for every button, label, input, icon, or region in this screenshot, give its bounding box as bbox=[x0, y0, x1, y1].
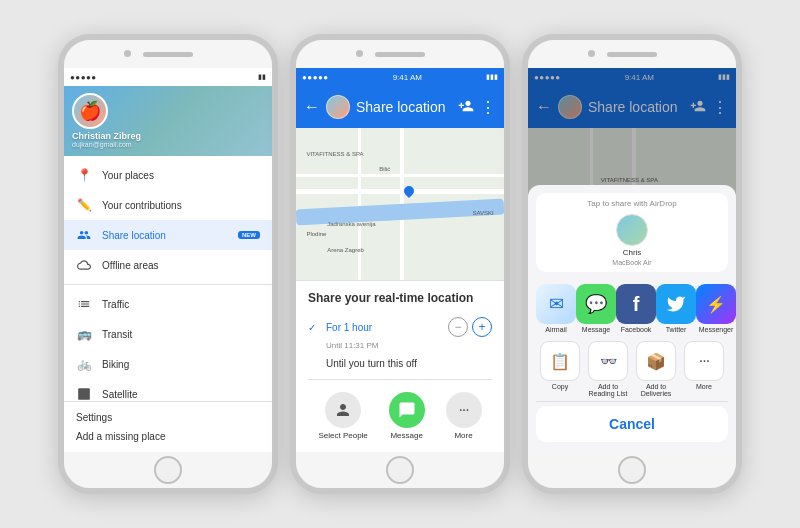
share-utils-row: 📋 Copy 👓 Add to Reading List 📦 Add to De… bbox=[528, 339, 736, 401]
sidebar-menu: 📍 Your places ✏️ Your contributions Shar… bbox=[64, 156, 272, 401]
back-button-2[interactable]: ← bbox=[304, 98, 320, 116]
increase-time[interactable]: + bbox=[472, 317, 492, 337]
util-reading-list[interactable]: 👓 Add to Reading List bbox=[586, 341, 630, 397]
messenger-label: Messenger bbox=[699, 326, 734, 333]
phone-2-top bbox=[296, 40, 504, 68]
time-controls: − + bbox=[448, 317, 492, 337]
twitter-icon bbox=[656, 284, 696, 324]
sidebar-item-transit[interactable]: 🚌 Transit bbox=[64, 319, 272, 349]
more-utils-icon: ··· bbox=[684, 341, 724, 381]
select-people-action[interactable]: Select People bbox=[318, 392, 367, 440]
sidebar-item-traffic[interactable]: Traffic bbox=[64, 289, 272, 319]
user-avatar-toolbar-2 bbox=[326, 95, 350, 119]
more-action[interactable]: ··· More bbox=[446, 392, 482, 440]
home-button-1[interactable] bbox=[154, 456, 182, 484]
airmail-label: Airmail bbox=[545, 326, 566, 333]
phone-1-bottom bbox=[64, 452, 272, 488]
ios-share-sheet: Tap to share with AirDrop Chris MacBook … bbox=[528, 185, 736, 452]
share-location-icon bbox=[76, 227, 92, 243]
phone-1-top bbox=[64, 40, 272, 68]
phone-1: ●●●●● ▮▮ 🍎 Christian Zibreg dujkan@gmail… bbox=[58, 34, 278, 494]
option-1-hour[interactable]: ✓ For 1 hour − + bbox=[308, 313, 492, 341]
messenger-icon: ⚡ bbox=[696, 284, 736, 324]
sidebar-item-your-places[interactable]: 📍 Your places bbox=[64, 160, 272, 190]
airdrop-person[interactable]: Chris MacBook Air bbox=[544, 214, 720, 266]
phone-3-top bbox=[528, 40, 736, 68]
share-app-facebook[interactable]: f Facebook bbox=[616, 284, 656, 333]
sidebar-label-traffic: Traffic bbox=[102, 299, 260, 310]
sidebar-item-contributions[interactable]: ✏️ Your contributions bbox=[64, 190, 272, 220]
sidebar-item-offline[interactable]: Offline areas bbox=[64, 250, 272, 280]
sidebar-header: 🍎 Christian Zibreg dujkan@gmail.com bbox=[64, 86, 272, 156]
sidebar-label-share-location: Share location bbox=[102, 230, 228, 241]
message-icon-3: 💬 bbox=[576, 284, 616, 324]
phone-3: ●●●●● 9:41 AM ▮▮▮ ← Share location ⋮ bbox=[522, 34, 742, 494]
reading-list-icon: 👓 bbox=[588, 341, 628, 381]
places-icon: 📍 bbox=[76, 167, 92, 183]
util-deliveries[interactable]: 📦 Add to Deliveries bbox=[634, 341, 678, 397]
home-button-3[interactable] bbox=[618, 456, 646, 484]
decrease-time[interactable]: − bbox=[448, 317, 468, 337]
airdrop-avatar bbox=[616, 214, 648, 246]
option-forever[interactable]: ✓ Until you turn this off bbox=[308, 354, 492, 373]
phone-3-screen: ●●●●● 9:41 AM ▮▮▮ ← Share location ⋮ bbox=[528, 68, 736, 452]
sidebar-item-share-location[interactable]: Share location NEW bbox=[64, 220, 272, 250]
cancel-button[interactable]: Cancel bbox=[536, 406, 728, 442]
more-label: More bbox=[454, 431, 472, 440]
signal-2: ●●●●● bbox=[302, 73, 329, 82]
panel-divider bbox=[308, 379, 492, 380]
sidebar-label-biking: Biking bbox=[102, 359, 260, 370]
time-2: 9:41 AM bbox=[393, 73, 422, 82]
share-panel-title: Share your real-time location bbox=[308, 291, 492, 305]
phone-2-screen: ●●●●● 9:41 AM ▮▮▮ ← Share location ⋮ bbox=[296, 68, 504, 452]
transit-icon: 🚌 bbox=[76, 326, 92, 342]
util-more[interactable]: ··· More bbox=[682, 341, 726, 397]
twitter-label: Twitter bbox=[666, 326, 687, 333]
svg-rect-0 bbox=[78, 388, 90, 400]
share-app-twitter[interactable]: Twitter bbox=[656, 284, 696, 333]
map-2: VITAFITNESS & SPA Bilić Jadranska avenij… bbox=[296, 128, 504, 280]
map-label-jadranska: Jadranska avenija bbox=[327, 221, 375, 227]
speaker bbox=[143, 52, 193, 57]
share-app-messenger[interactable]: ⚡ Messenger bbox=[696, 284, 736, 333]
option-1-subtext: Until 11:31 PM bbox=[326, 341, 492, 350]
battery-2: ▮▮▮ bbox=[486, 73, 498, 81]
settings-link[interactable]: Settings bbox=[76, 408, 260, 427]
sidebar-label-contributions: Your contributions bbox=[102, 200, 260, 211]
battery: ▮▮ bbox=[258, 73, 266, 81]
add-place-link[interactable]: Add a missing place bbox=[76, 427, 260, 446]
user-email: dujkan@gmail.com bbox=[72, 141, 141, 148]
share-app-airmail[interactable]: ✉ Airmail bbox=[536, 284, 576, 333]
traffic-icon bbox=[76, 296, 92, 312]
airmail-icon: ✉ bbox=[536, 284, 576, 324]
message-icon bbox=[389, 392, 425, 428]
share-actions: Select People Message ··· More bbox=[308, 386, 492, 442]
airdrop-device-name: MacBook Air bbox=[612, 259, 651, 266]
sidebar-item-satellite[interactable]: Satellite bbox=[64, 379, 272, 401]
util-copy[interactable]: 📋 Copy bbox=[538, 341, 582, 397]
home-button-2[interactable] bbox=[386, 456, 414, 484]
select-people-icon bbox=[325, 392, 361, 428]
share-toolbar-2: ← Share location ⋮ bbox=[296, 86, 504, 128]
reading-list-label: Add to Reading List bbox=[586, 383, 630, 397]
deliveries-icon: 📦 bbox=[636, 341, 676, 381]
user-avatar: 🍎 bbox=[72, 93, 108, 129]
map-label-plodine: Plodine bbox=[306, 231, 326, 237]
more-menu-2[interactable]: ⋮ bbox=[480, 98, 496, 117]
option-forever-label: Until you turn this off bbox=[326, 358, 417, 369]
message-action[interactable]: Message bbox=[389, 392, 425, 440]
sidebar-item-biking[interactable]: 🚲 Biking bbox=[64, 349, 272, 379]
status-bar-2: ●●●●● 9:41 AM ▮▮▮ bbox=[296, 68, 504, 86]
phone-2: ●●●●● 9:41 AM ▮▮▮ ← Share location ⋮ bbox=[290, 34, 510, 494]
map-label-vitafitness: VITAFITNESS & SPA bbox=[306, 151, 363, 157]
status-bar-1: ●●●●● ▮▮ bbox=[64, 68, 272, 86]
message-label-3: Message bbox=[582, 326, 610, 333]
share-app-message[interactable]: 💬 Message bbox=[576, 284, 616, 333]
signal-strength: ●●●●● bbox=[70, 73, 97, 82]
map-label-arena: Arena Zagreb bbox=[327, 247, 364, 253]
add-person-button-2[interactable] bbox=[458, 98, 474, 117]
airdrop-title: Tap to share with AirDrop bbox=[544, 199, 720, 208]
airdrop-section: Tap to share with AirDrop Chris MacBook … bbox=[536, 193, 728, 272]
airdrop-person-name: Chris bbox=[623, 248, 642, 257]
more-icon: ··· bbox=[446, 392, 482, 428]
